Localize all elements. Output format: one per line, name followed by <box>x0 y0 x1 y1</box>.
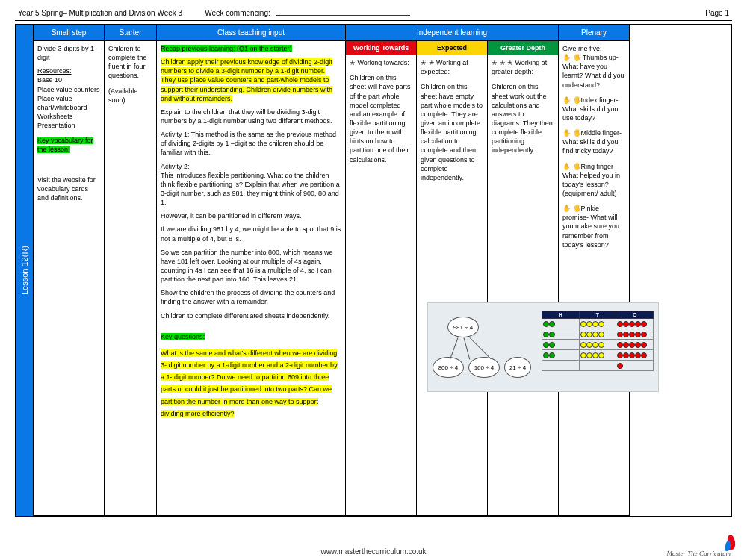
wt-text: Children on this sheet will have parts o… <box>350 73 412 164</box>
week-blank-line <box>276 15 410 16</box>
teaching-p9: Children to complete differentiated shee… <box>161 311 341 320</box>
list-item: ✋ 🖐Pinkie promise- What will you make su… <box>562 204 625 249</box>
page-number: Page 1 <box>705 9 729 17</box>
teaching-p8: Show the children the process of dividin… <box>161 288 341 306</box>
gd-head: Greater Depth <box>488 41 558 55</box>
plenary-heading: Give me five: <box>562 44 625 53</box>
ex-text: Children on this sheet have empty part w… <box>421 82 483 182</box>
starter-text: Children to complete the fluent in four … <box>108 44 152 81</box>
doc-title: Year 5 Spring– Multiplication and Divisi… <box>18 9 182 17</box>
teaching-p3: Activity 1: This method is the same as t… <box>161 130 341 157</box>
part-whole-diagram: 981 ÷ 4 800 ÷ 4 160 ÷ 4 21 ÷ 4 H T O <box>427 302 659 392</box>
header: Year 5 Spring– Multiplication and Divisi… <box>15 7 732 21</box>
starter-avail: (Available soon) <box>108 87 152 105</box>
plenary-cell: Give me five: ✋ 🖐 Thumbs up- What have y… <box>559 41 630 516</box>
list-item: Base 10 <box>37 75 100 84</box>
brand-text: Master The Curriculum <box>667 550 731 557</box>
page: Year 5 Spring– Multiplication and Divisi… <box>0 0 747 517</box>
col-plenary: Plenary <box>559 25 630 41</box>
flame-icon <box>723 533 737 556</box>
lesson-label: Lesson 12(R) <box>20 246 29 295</box>
il-gd-cell: Greater Depth ✭ ✭ ✭ Working at greater d… <box>488 41 559 516</box>
plan-grid: Lesson 12(R) Small step Starter Class te… <box>15 24 732 517</box>
bubble-part: 800 ÷ 4 <box>433 357 464 378</box>
col-teaching: Class teaching input <box>157 25 346 41</box>
list-item: Worksheets <box>37 112 100 121</box>
il-ex-cell: Expected ✭ ✭ Working at expected: Childr… <box>417 41 488 516</box>
footer-url: www.masterthecurriculum.co.uk <box>0 547 747 556</box>
teaching-p1: Children apply their previous knowledge … <box>161 58 332 102</box>
key-questions: What is the same and what's different wh… <box>161 349 338 417</box>
teaching-p2: Explain to the children that they will b… <box>161 108 341 125</box>
recap-heading: Recap previous learning: (Q1 on the star… <box>161 45 292 52</box>
teaching-p4: Activity 2: This introduces flexible par… <box>161 162 341 208</box>
list-item: ✋ 🖐Middle finger- What skills did you fi… <box>562 128 625 155</box>
ex-stars: ✭ ✭ Working at expected: <box>421 58 483 76</box>
list-item: ✋ 🖐Index finger- What skills did you use… <box>562 96 625 122</box>
gd-stars: ✭ ✭ ✭ Working at greater depth: <box>492 58 554 76</box>
gd-text: Children on this sheet work out the calc… <box>492 82 554 155</box>
list-item: Place value counters <box>37 85 100 94</box>
pv-o: O <box>616 311 654 319</box>
resources-heading: Resources: <box>37 66 100 75</box>
place-value-table: H T O <box>542 311 654 371</box>
col-independent: Independent learning <box>346 25 559 41</box>
lesson-rail: Lesson 12(R) <box>16 25 34 516</box>
teaching-p7: So we can partition the number into 800,… <box>161 248 341 284</box>
wt-head: Working Towards <box>346 41 416 55</box>
col-starter: Starter <box>105 25 157 41</box>
ex-head: Expected <box>417 41 487 55</box>
bubble-part: 160 ÷ 4 <box>468 357 500 378</box>
teaching-p6: If we are dividing 981 by 4, we might be… <box>161 225 341 243</box>
pv-h: H <box>542 311 580 319</box>
list-item: Place value chart/whiteboard <box>37 94 100 112</box>
week-commencing: Week commencing: <box>205 9 409 17</box>
bubble-part: 21 ÷ 4 <box>504 357 531 378</box>
wt-stars: ✭ Working towards: <box>350 58 412 67</box>
vocab-heading: Key vocabulary for the lesson: <box>37 137 93 153</box>
pv-t: T <box>579 311 616 319</box>
small-step-cell: Divide 3-digits by 1 – digit Resources: … <box>34 41 105 516</box>
bubble-main: 981 ÷ 4 <box>447 317 479 337</box>
list-item: Presentation <box>37 121 100 130</box>
resource-list: Base 10 Place value counters Place value… <box>37 75 100 130</box>
il-wt-cell: Working Towards ✭ Working towards: Child… <box>346 41 417 516</box>
teaching-p5: However, it can be partitioned in differ… <box>161 211 341 220</box>
step-title: Divide 3-digits by 1 – digit <box>37 44 100 62</box>
list-item: ✋ 🖐 Thumbs up- What have you learnt? Wha… <box>562 53 625 90</box>
starter-cell: Children to complete the fluent in four … <box>105 41 157 516</box>
list-item: ✋ 🖐Ring finger- What helped you in today… <box>562 162 625 199</box>
teaching-cell: Recap previous learning: (Q1 on the star… <box>157 41 346 516</box>
vocab-note: Visit the website for vocabulary cards a… <box>37 175 100 202</box>
key-questions-heading: Key questions: <box>161 333 205 340</box>
col-small-step: Small step <box>34 25 105 41</box>
